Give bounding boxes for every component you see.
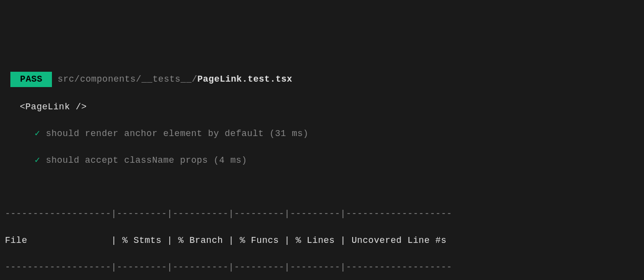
test-file-header: PASS src/components/__tests__/PageLink.t…: [5, 72, 639, 87]
test-name: should render anchor element by default: [46, 129, 264, 139]
test-name: should accept className props: [46, 155, 208, 165]
coverage-divider: -------------------|---------|----------…: [5, 261, 639, 274]
describe-title: <PageLink />: [20, 102, 87, 112]
coverage-divider: -------------------|---------|----------…: [5, 207, 639, 221]
describe-block: <PageLink />: [5, 100, 639, 114]
coverage-header-row: File | % Stmts | % Branch | % Funcs | % …: [5, 234, 639, 247]
test-duration: (31 ms): [270, 129, 309, 139]
terminal-output: PASS src/components/__tests__/PageLink.t…: [5, 58, 639, 280]
check-icon: ✓: [35, 129, 40, 139]
test-result-row: ✓ should accept className props (4 ms): [5, 154, 639, 167]
pass-badge: PASS: [10, 72, 52, 87]
test-duration: (4 ms): [214, 155, 247, 165]
file-name: PageLink.test.tsx: [197, 74, 292, 84]
test-result-row: ✓ should render anchor element by defaul…: [5, 127, 639, 140]
file-path-prefix: src/components/__tests__/: [57, 74, 197, 84]
check-icon: ✓: [35, 155, 40, 165]
